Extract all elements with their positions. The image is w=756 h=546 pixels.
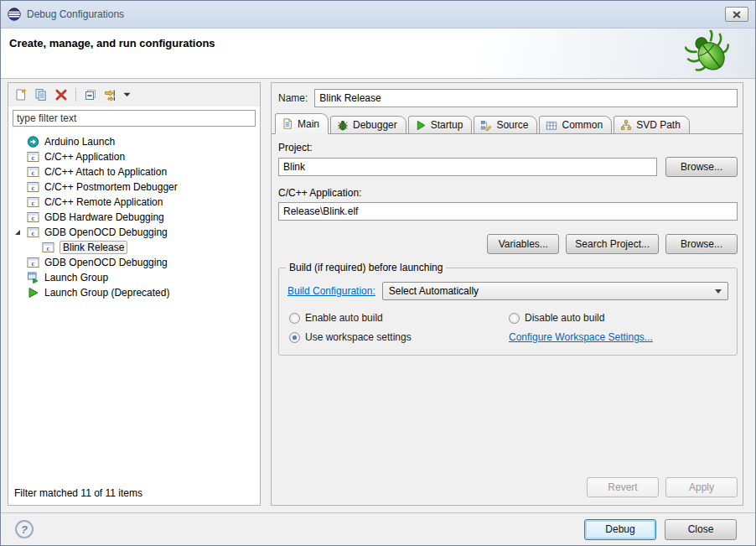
radio-disable-auto-build[interactable]: Disable auto build [509,312,728,324]
svg-text:c: c [32,259,35,268]
c-app-icon: c [27,211,39,223]
c-app-icon: c [27,166,39,178]
debug-bug-icon [685,30,737,81]
config-tabbar: MainDebuggerStartupSourceCommonSVD Path [272,112,743,134]
delete-configuration-button[interactable] [52,86,70,104]
c-app-icon: c [42,242,54,253]
filter-input[interactable] [13,110,256,127]
name-input[interactable] [314,89,738,107]
tree-item[interactable]: cGDB OpenOCD Debugging [8,255,260,270]
tab-main[interactable]: Main [275,113,329,134]
tree-item[interactable]: Launch Group (Deprecated) [8,285,260,300]
tree-item[interactable]: cC/C++ Postmortem Debugger [8,179,260,195]
application-label: C/C++ Application: [278,187,738,199]
tab-source[interactable]: Source [474,116,537,134]
tree-item[interactable]: cGDB Hardware Debugging [8,210,260,225]
svg-text:c: c [32,169,35,177]
tab-debugger[interactable]: Debugger [330,116,406,134]
radio-icon [509,313,520,324]
tree-item-label: Launch Group (Deprecated) [44,287,169,299]
radio-use-workspace-settings-label: Use workspace settings [305,331,412,343]
application-actions: Variables... Search Project... Browse... [278,234,738,254]
tree-item[interactable]: cGDB OpenOCD Debugging [8,225,260,240]
debug-button[interactable]: Debug [584,519,656,540]
c-app-icon: c [27,257,39,268]
launch-group-deprecated-icon [27,287,39,299]
tab-label: Debugger [353,119,397,131]
tree-item[interactable]: cBlink Release [8,240,260,255]
apply-button: Apply [665,477,738,497]
tree-item[interactable]: cC/C++ Application [8,149,260,164]
filter-status-text: Filter matched 11 of 11 items [8,483,260,505]
new-configuration-icon [14,88,28,101]
tree-item[interactable]: Arduino Launch [8,134,260,149]
menu-caret-button[interactable] [122,86,132,104]
dialog-body: Arduino LaunchcC/C++ ApplicationcC/C++ A… [1,80,755,512]
application-browse-button[interactable]: Browse... [665,234,738,254]
configure-workspace-settings-link[interactable]: Configure Workspace Settings... [509,331,653,343]
tree-item-label: GDB OpenOCD Debugging [44,257,168,268]
build-group: Build (if required) before launching Bui… [278,268,738,356]
build-config-row: Build Configuration: Select Automaticall… [287,282,728,300]
radio-use-workspace-settings[interactable]: Use workspace settings [289,331,509,343]
tab-svd-path[interactable]: SVD Path [614,116,690,134]
table-icon [546,120,557,131]
build-configuration-combo[interactable]: Select Automatically [382,282,728,300]
svg-text:c: c [32,153,35,162]
revert-apply-row: Revert Apply [587,477,738,497]
application-input[interactable] [278,202,738,221]
tree-item-label: C/C++ Postmortem Debugger [44,181,178,193]
new-configuration-button[interactable] [12,86,30,104]
filter-configurations-icon [104,88,117,101]
config-tree: Arduino LaunchcC/C++ ApplicationcC/C++ A… [8,129,260,483]
project-row: Browse... [278,157,738,177]
tab-startup[interactable]: Startup [408,116,473,134]
tree-item-label: C/C++ Remote Application [44,196,163,208]
tree-item-label: Launch Group [44,272,108,283]
configure-workspace-cell: Configure Workspace Settings... [509,331,728,343]
dialog-header-title: Create, manage, and run configurations [1,29,755,49]
variables-button[interactable]: Variables... [487,234,559,254]
svg-text:c: c [32,229,35,237]
close-button[interactable]: Close [665,519,737,540]
menu-caret-icon [123,92,131,97]
close-window-button[interactable] [725,7,748,22]
radio-enable-auto-build-label: Enable auto build [305,312,383,324]
name-row: Name: [272,83,743,112]
dialog-footer: ? Debug Close [1,512,755,545]
chevron-down-icon [715,289,722,294]
filter-row [8,107,260,129]
c-app-icon: c [27,181,39,193]
tab-label: Startup [431,119,463,131]
radio-disable-auto-build-label: Disable auto build [525,312,604,324]
collapse-all-icon [84,88,97,101]
build-group-title: Build (if required) before launching [286,262,446,273]
duplicate-configuration-button[interactable] [32,86,50,104]
svd-icon [620,120,632,131]
tree-item-label: GDB OpenOCD Debugging [44,226,168,238]
configurations-toolbar [8,83,260,107]
svg-text:c: c [32,199,35,207]
play-icon [415,120,427,131]
launch-group-icon [27,272,39,283]
tree-item[interactable]: cC/C++ Remote Application [8,195,260,210]
c-app-icon: c [27,151,39,163]
tree-item-label: C/C++ Application [44,151,125,163]
tree-item[interactable]: Launch Group [8,270,260,285]
project-browse-button[interactable]: Browse... [665,157,738,177]
search-project-button[interactable]: Search Project... [566,234,659,254]
project-input[interactable] [278,158,657,176]
collapse-all-button[interactable] [81,86,100,104]
tab-label: Source [496,119,528,131]
source-icon [480,120,492,131]
tab-label: Main [298,118,319,130]
tab-common[interactable]: Common [539,116,612,134]
filter-configurations-button[interactable] [101,86,120,104]
main-tab-content: Project: Browse... C/C++ Application: Va… [272,134,743,505]
expander-icon[interactable] [15,230,20,235]
panel-sash[interactable] [261,82,270,506]
help-icon[interactable]: ? [15,520,34,538]
build-configuration-link[interactable]: Build Configuration: [287,285,375,297]
radio-enable-auto-build[interactable]: Enable auto build [289,312,509,324]
tree-item[interactable]: cC/C++ Attach to Application [8,164,260,179]
